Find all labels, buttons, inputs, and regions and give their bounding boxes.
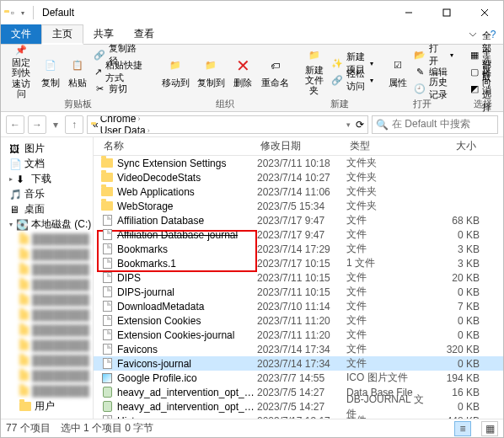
tab-home[interactable]: 主页 — [41, 24, 83, 45]
thumbnails-view-button[interactable]: ▦ — [481, 421, 498, 436]
copy-button[interactable]: 📄复制 — [37, 48, 65, 95]
file-name: heavy_ad_intervention_opt_out.db — [114, 387, 257, 398]
tree-item[interactable]: 💽本地磁盘 (C:) — [1, 216, 93, 232]
file-row[interactable]: Bookmarks2023/7/14 17:29文件3 KB — [94, 242, 503, 256]
file-icon — [100, 358, 114, 369]
selection-info: 选中 1 个项目 0 字节 — [61, 421, 154, 435]
dropdown-icon[interactable]: ▾ — [346, 120, 351, 129]
tab-file[interactable]: 文件 — [1, 24, 41, 44]
close-button[interactable] — [465, 1, 503, 24]
file-date: 2023/7/17 9:47 — [257, 229, 346, 241]
search-input[interactable]: 🔍 在 Default 中搜索 — [372, 115, 498, 134]
file-row[interactable]: heavy_ad_intervention_opt_out.db2023/7/5… — [94, 385, 503, 399]
file-row[interactable]: Affiliation Database2023/7/17 9:47文件68 K… — [94, 213, 503, 227]
breadcrumb-item[interactable]: Chrome› — [100, 115, 150, 125]
file-type: 文件 — [346, 342, 427, 356]
tree-item[interactable]: 🎵音乐 — [1, 186, 93, 201]
tree-item[interactable]: ████████ — [1, 383, 93, 398]
tree-item[interactable]: ████████ — [1, 292, 93, 307]
file-row[interactable]: Google Profile.ico2023/7/7 14:55ICO 图片文件… — [94, 371, 503, 385]
file-date: 2023/7/5 14:27 — [257, 387, 346, 398]
paste-button[interactable]: 📋粘贴 — [67, 48, 89, 95]
file-name: Bookmarks — [114, 243, 257, 255]
pin-quick-access-button[interactable]: 📌固定到快 速访问 — [8, 48, 35, 95]
tree-item[interactable]: 用户 — [1, 398, 93, 414]
file-type: 文件 — [346, 328, 427, 342]
tab-share[interactable]: 共享 — [83, 24, 124, 44]
file-row[interactable]: Favicons2023/7/14 17:34文件320 KB — [94, 342, 503, 356]
tree-item[interactable]: ████████ — [1, 232, 93, 247]
file-row[interactable]: Web Applications2023/7/14 11:06文件夹 — [94, 184, 503, 199]
breadcrumb[interactable]: « Google›Chrome›User Data›Default› ▾ ⟳ — [87, 115, 368, 134]
file-size: 448 KB — [427, 415, 480, 419]
tree-icon: 🎵 — [9, 189, 21, 199]
file-icon — [100, 258, 114, 269]
col-date[interactable]: 修改日期 — [257, 139, 346, 153]
file-row[interactable]: History2023/7/17 13:17文件448 KB — [94, 414, 503, 419]
delete-button[interactable]: ✕删除 — [229, 48, 256, 95]
properties-button[interactable]: ☑属性 — [387, 48, 409, 95]
tree-item[interactable]: ████████ — [1, 323, 93, 338]
qat-button[interactable]: ▫ — [6, 7, 19, 19]
file-type: 文件 — [346, 227, 427, 242]
file-row[interactable]: Extension Cookies2023/7/11 11:20文件0 KB — [94, 313, 503, 328]
cut-icon: ✂ — [94, 83, 105, 94]
move-to-button[interactable]: 📁移动到 — [158, 48, 192, 95]
history-button[interactable]: 🕘历史记录 — [410, 81, 457, 96]
column-headers[interactable]: 名称 修改日期 类型 大小 — [94, 137, 503, 156]
file-row[interactable]: DIPS-journal2023/7/11 10:15文件0 KB — [94, 285, 503, 299]
details-view-button[interactable]: ≡ — [454, 421, 471, 436]
easy-access-button[interactable]: 🔗轻松访问▾ — [328, 72, 377, 88]
file-row[interactable]: DownloadMetadata2023/7/10 11:14文件7 KB — [94, 299, 503, 313]
copy-to-button[interactable]: 📁复制到 — [194, 48, 228, 95]
paste-shortcut-button[interactable]: ↗粘贴快捷方式 — [90, 64, 148, 79]
tab-view[interactable]: 查看 — [124, 24, 164, 44]
group-clipboard: 📌固定到快 速访问 📄复制 📋粘贴 🔗复制路径 ↗粘贴快捷方式 ✂剪切 剪贴板 — [4, 46, 152, 111]
tree-item[interactable]: 🖼图片 — [1, 141, 93, 156]
open-button[interactable]: 📂打开▾ — [410, 47, 457, 62]
file-row[interactable]: Bookmarks.12023/7/17 10:151 文件3 KB — [94, 256, 503, 270]
new-folder-button[interactable]: 📁新建 文件夹 — [302, 48, 326, 95]
file-row[interactable]: Affiliation Database-journal2023/7/17 9:… — [94, 227, 503, 242]
back-button[interactable]: ← — [6, 115, 24, 134]
file-date: 2023/7/7 14:55 — [257, 372, 346, 384]
qat-dropdown[interactable]: ▾ — [21, 9, 29, 17]
tree-item[interactable]: ⬇下载 — [1, 171, 93, 186]
tree-item[interactable]: ████████ — [1, 307, 93, 323]
tree-item[interactable]: 🖥桌面 — [1, 201, 93, 216]
col-name[interactable]: 名称 — [100, 139, 257, 153]
invert-selection-button[interactable]: ◩反向选择 — [467, 81, 498, 96]
recent-dropdown[interactable]: ▾ — [50, 119, 62, 131]
file-name: WebStorage — [114, 200, 257, 212]
tree-item[interactable]: ████████ — [1, 338, 93, 353]
up-button[interactable]: ↑ — [65, 115, 83, 134]
col-size[interactable]: 大小 — [427, 139, 480, 153]
ribbon-collapse-button[interactable] — [463, 24, 483, 44]
tree-item[interactable]: ████████ — [1, 262, 93, 277]
file-list[interactable]: Sync Extension Settings2023/7/11 10:18文件… — [94, 156, 503, 419]
file-row[interactable]: VideoDecodeStats2023/7/14 10:27文件夹 — [94, 170, 503, 184]
refresh-button[interactable]: ⟳ — [356, 119, 364, 131]
file-row[interactable]: heavy_ad_intervention_opt_out.db-jou...2… — [94, 399, 503, 414]
file-row[interactable]: Favicons-journal2023/7/14 17:34文件0 KB — [94, 356, 503, 371]
forward-button[interactable]: → — [28, 115, 46, 134]
tree-item[interactable]: ████████ — [1, 353, 93, 368]
breadcrumb-item[interactable]: User Data› — [100, 125, 150, 134]
file-date: 2023/7/17 10:15 — [257, 258, 346, 270]
tree-item[interactable]: ████████ — [1, 368, 93, 383]
tree-item[interactable]: ████████ — [1, 247, 93, 262]
col-type[interactable]: 类型 — [346, 139, 427, 153]
file-row[interactable]: WebStorage2023/7/5 15:34文件夹 — [94, 199, 503, 213]
tree-item[interactable]: ████████ — [1, 277, 93, 292]
minimize-button[interactable] — [389, 1, 427, 24]
cut-button[interactable]: ✂剪切 — [90, 81, 148, 96]
tree-item[interactable]: 📄文档 — [1, 156, 93, 171]
file-row[interactable]: Extension Cookies-journal2023/7/11 11:20… — [94, 328, 503, 342]
select-none-icon: ▢ — [470, 66, 479, 77]
navigation-tree[interactable]: 🖼图片📄文档⬇下载🎵音乐🖥桌面💽本地磁盘 (C:)███████████████… — [1, 137, 94, 419]
rename-button[interactable]: 🏷重命名 — [258, 48, 292, 95]
file-row[interactable]: DIPS2023/7/11 10:15文件20 KB — [94, 270, 503, 285]
file-date: 2023/7/17 9:47 — [257, 215, 346, 227]
file-row[interactable]: Sync Extension Settings2023/7/11 10:18文件… — [94, 156, 503, 170]
maximize-button[interactable] — [427, 1, 465, 24]
